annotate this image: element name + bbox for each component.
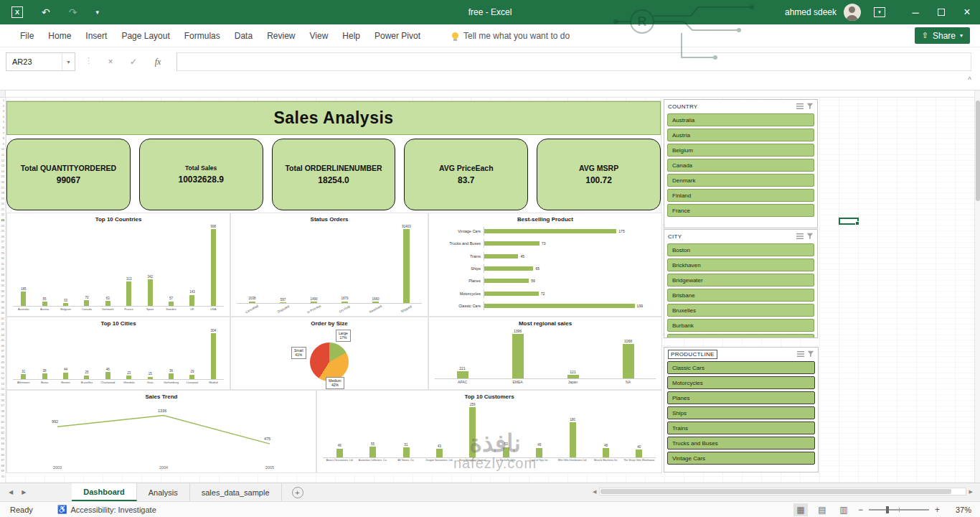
column-header[interactable]: X (451, 96, 471, 98)
kpi-card[interactable]: AVG MSRP 100.72 (537, 139, 661, 210)
row-header[interactable]: 66 (0, 452, 5, 458)
slicer-item[interactable]: France (667, 204, 814, 217)
ribbon-tab[interactable]: Help (335, 25, 367, 47)
column-header[interactable]: J (180, 96, 199, 98)
multiselect-icon[interactable] (796, 103, 804, 110)
column-header[interactable]: A (6, 96, 25, 98)
horizontal-scrollbar[interactable]: ◀ ▶ (593, 486, 973, 497)
column-header[interactable]: AJ (684, 96, 703, 98)
zoom-in-icon[interactable]: + (935, 505, 940, 515)
row-header[interactable]: 46 (0, 343, 5, 349)
row-header[interactable]: 17 (0, 185, 5, 191)
multiselect-icon[interactable] (796, 233, 804, 240)
hscroll-right-icon[interactable]: ▶ (969, 489, 973, 495)
row-header[interactable]: 47 (0, 348, 5, 354)
insert-function-icon[interactable]: fx (148, 52, 168, 71)
slicer-item[interactable]: Finland (667, 189, 814, 202)
ribbon-tab[interactable]: Review (260, 25, 302, 47)
row-header[interactable]: 11 (0, 152, 5, 158)
slicer-item[interactable]: Denmark (667, 174, 814, 187)
row-header[interactable]: 64 (0, 441, 5, 447)
column-header[interactable]: C (44, 96, 64, 98)
row-header[interactable]: 48 (0, 354, 5, 360)
row-header[interactable]: 4 (0, 114, 5, 120)
avatar[interactable] (844, 4, 861, 21)
slicer-item[interactable]: Canada (667, 159, 814, 172)
row-header[interactable]: 26 (0, 234, 5, 240)
column-header[interactable]: AU (897, 96, 916, 98)
row-header[interactable]: 50 (0, 365, 5, 371)
row-header[interactable]: 70 (0, 474, 5, 480)
column-header[interactable]: P (296, 96, 316, 98)
row-header[interactable]: 59 (0, 414, 5, 419)
sheet-tab[interactable]: sales_data_sample (190, 483, 282, 501)
row-header[interactable]: 56 (0, 398, 5, 404)
ribbon-tab[interactable]: View (303, 25, 336, 47)
kpi-card[interactable]: Total ORDERLINENUMBER 18254.0 (272, 139, 396, 210)
row-header[interactable]: 30 (0, 256, 5, 261)
row-header[interactable]: 69 (0, 468, 5, 474)
row-header[interactable]: 33 (0, 272, 5, 278)
row-header[interactable]: 45 (0, 337, 5, 343)
row-header[interactable]: 34 (0, 278, 5, 284)
clear-filter-icon[interactable] (807, 350, 814, 358)
row-header[interactable]: 22 (0, 212, 5, 218)
ribbon-tab[interactable]: File (13, 25, 41, 47)
row-header[interactable]: 3 (0, 108, 5, 114)
chart-most-regional-sales[interactable]: Most regional sales 221APAC1396EMEA121Ja… (428, 317, 662, 390)
column-header[interactable]: M (238, 96, 258, 98)
chart-best-selling-product[interactable]: Best-selling Product Vintage Cars175Truc… (428, 213, 662, 317)
slicer-item[interactable]: Brickhaven (667, 258, 814, 271)
share-button[interactable]: ⇧ Share ▾ (915, 27, 970, 44)
view-page-break-icon[interactable]: ▥ (837, 503, 851, 516)
excel-app-icon[interactable]: X (11, 6, 23, 18)
column-header[interactable]: K (199, 96, 219, 98)
row-headers[interactable]: 1234567891011121314151617181920212223242… (0, 98, 6, 483)
row-header[interactable]: 9 (0, 141, 5, 147)
ribbon-tab[interactable]: Power Pivot (367, 25, 428, 47)
row-header[interactable]: 52 (0, 376, 5, 381)
column-header[interactable]: H (141, 96, 161, 98)
row-header[interactable]: 32 (0, 266, 5, 272)
row-header[interactable]: 39 (0, 305, 5, 311)
row-header[interactable]: 41 (0, 316, 5, 322)
kpi-card[interactable]: Total QUANTITYORDERED 99067 (6, 139, 131, 210)
row-header[interactable]: 42 (0, 321, 5, 327)
row-header[interactable]: 31 (0, 261, 5, 267)
ribbon-tab[interactable]: Home (41, 25, 78, 47)
column-header[interactable]: T (374, 96, 393, 98)
slicer-item[interactable]: Bridgewater (667, 274, 814, 287)
row-header[interactable]: 20 (0, 201, 5, 207)
row-header[interactable]: 18 (0, 190, 5, 196)
column-header[interactable]: AO (781, 96, 800, 98)
column-header[interactable]: AF (606, 96, 626, 98)
row-header[interactable]: 24 (0, 223, 5, 229)
column-header[interactable]: F (103, 96, 122, 98)
name-box-caret-icon[interactable]: ▾ (62, 53, 75, 70)
row-header[interactable]: 55 (0, 392, 5, 398)
sheet-tab[interactable]: Analysis (137, 483, 190, 501)
tell-me-box[interactable]: Tell me what you want to do (452, 31, 570, 41)
column-header[interactable]: G (122, 96, 141, 98)
column-header[interactable]: U (393, 96, 413, 98)
column-header[interactable]: AQ (819, 96, 839, 98)
row-header[interactable]: 44 (0, 332, 5, 338)
name-box[interactable]: AR23 ▾ (6, 52, 75, 71)
column-headers[interactable]: ABCDEFGHIJKLMNOPQRSTUVWXYZAAABACADAEAFAG… (6, 90, 974, 98)
row-header[interactable]: 7 (0, 131, 5, 136)
row-header[interactable]: 40 (0, 310, 5, 316)
column-header[interactable]: O (277, 96, 296, 98)
select-all-corner[interactable] (0, 90, 6, 98)
maximize-button[interactable] (928, 0, 954, 24)
column-header[interactable]: E (83, 96, 103, 98)
column-header[interactable]: AW (936, 96, 955, 98)
row-header[interactable]: 65 (0, 447, 5, 452)
ribbon-tab[interactable]: Insert (78, 25, 114, 47)
zoom-level[interactable]: 37% (947, 506, 971, 514)
row-header[interactable]: 8 (0, 136, 5, 141)
sheet-nav-right-icon[interactable]: ▶ (22, 489, 26, 495)
column-header[interactable]: Z (490, 96, 509, 98)
slicer-item[interactable]: Belgium (667, 144, 814, 157)
chart-order-by-size[interactable]: Order by Size Large17%Medium42%Small41% (230, 317, 428, 390)
row-header[interactable]: 13 (0, 163, 5, 169)
